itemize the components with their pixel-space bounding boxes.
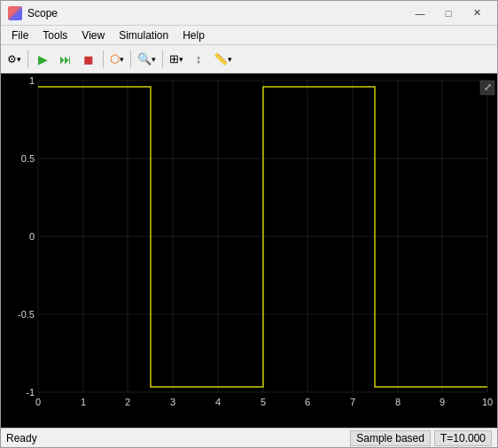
settings-icon: ⚙ xyxy=(7,53,17,66)
x-label-7: 7 xyxy=(350,397,355,407)
signal-selector-icon: ⬡ xyxy=(110,52,120,66)
x-label-6: 6 xyxy=(305,397,310,407)
status-right: Sample based T=10.000 xyxy=(350,430,492,446)
y-label-1: 1 xyxy=(29,75,35,86)
time-text: T=10.000 xyxy=(440,432,486,444)
expand-icon: ⤢ xyxy=(484,81,492,92)
separator-1 xyxy=(27,50,28,68)
x-label-10: 10 xyxy=(482,397,493,407)
x-label-9: 9 xyxy=(440,397,445,407)
scope-window: Scope — □ ✕ File Tools View Simulation H… xyxy=(0,0,498,448)
status-ready-text: Ready xyxy=(6,432,350,444)
autoscale-button[interactable]: ⊞ ▾ xyxy=(167,49,186,70)
x-label-5: 5 xyxy=(261,397,266,407)
sample-based-badge: Sample based xyxy=(350,430,431,446)
maximize-button[interactable]: □ xyxy=(435,4,462,22)
menu-tools[interactable]: Tools xyxy=(35,27,74,43)
scope-plot: 0 1 2 3 4 5 6 7 8 9 10 1 0.5 0 -0.5 -1 ⤢ xyxy=(1,73,497,428)
y-label-0.5: 0.5 xyxy=(21,153,35,164)
plot-area[interactable]: 0 1 2 3 4 5 6 7 8 9 10 1 0.5 0 -0.5 -1 ⤢ xyxy=(1,73,497,428)
signal-selector-button[interactable]: ⬡ ▾ xyxy=(107,49,127,70)
toolbar: ⚙ ▾ ▶ ⏭ ◼ ⬡ ▾ 🔍 ▾ ⊞ ▾ ↕ 📏 xyxy=(1,45,497,73)
separator-3 xyxy=(130,50,131,68)
y-label-0: 0 xyxy=(29,231,35,242)
signal-dropdown-arrow: ▾ xyxy=(120,55,124,64)
menu-simulation[interactable]: Simulation xyxy=(112,27,175,43)
measure-button[interactable]: 📏 ▾ xyxy=(211,49,235,70)
y-label--1: -1 xyxy=(26,387,35,398)
zoom-dropdown-arrow: ▾ xyxy=(152,55,156,64)
close-button[interactable]: ✕ xyxy=(463,4,490,22)
sample-based-text: Sample based xyxy=(356,432,424,444)
x-label-2: 2 xyxy=(125,397,130,407)
time-badge: T=10.000 xyxy=(434,430,492,446)
x-label-3: 3 xyxy=(170,397,175,407)
x-label-8: 8 xyxy=(395,397,401,407)
menu-help[interactable]: Help xyxy=(175,27,212,43)
zoom-button[interactable]: 🔍 ▾ xyxy=(135,49,159,70)
step-forward-icon: ⏭ xyxy=(59,52,72,66)
measure-dropdown-arrow: ▾ xyxy=(228,55,232,64)
cursor-button[interactable]: ↕ xyxy=(188,49,209,70)
autoscale-dropdown-arrow: ▾ xyxy=(179,55,183,64)
cursor-icon: ↕ xyxy=(196,52,202,66)
svg-rect-1 xyxy=(1,73,497,428)
separator-4 xyxy=(162,50,163,68)
window-controls: — □ ✕ xyxy=(407,4,490,22)
run-button[interactable]: ▶ xyxy=(32,49,53,70)
step-forward-button[interactable]: ⏭ xyxy=(55,49,76,70)
menu-file[interactable]: File xyxy=(4,27,35,43)
x-label-1: 1 xyxy=(81,397,86,407)
x-label-4: 4 xyxy=(215,397,221,407)
menu-bar: File Tools View Simulation Help xyxy=(1,26,497,45)
stop-icon: ◼ xyxy=(83,52,94,66)
separator-2 xyxy=(103,50,104,68)
menu-view[interactable]: View xyxy=(74,27,112,43)
stop-button[interactable]: ◼ xyxy=(78,49,99,70)
run-icon: ▶ xyxy=(38,52,48,66)
minimize-button[interactable]: — xyxy=(407,4,433,22)
window-title: Scope xyxy=(27,7,407,19)
x-label-0: 0 xyxy=(35,397,41,407)
settings-button[interactable]: ⚙ ▾ xyxy=(4,49,24,70)
app-icon xyxy=(8,6,22,20)
y-label--0.5: -0.5 xyxy=(18,309,35,320)
zoom-icon: 🔍 xyxy=(137,52,152,66)
settings-dropdown-arrow: ▾ xyxy=(17,55,21,64)
measure-icon: 📏 xyxy=(214,52,228,66)
autoscale-icon: ⊞ xyxy=(169,52,179,66)
title-bar: Scope — □ ✕ xyxy=(1,1,497,26)
status-bar: Ready Sample based T=10.000 xyxy=(1,428,497,447)
